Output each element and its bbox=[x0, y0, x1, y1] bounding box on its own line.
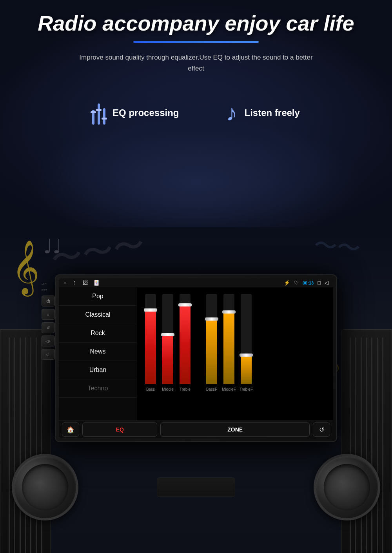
mic-label: MIC bbox=[42, 283, 55, 286]
eq-bar-bass-group: Bass bbox=[143, 294, 158, 392]
eq-bar-treblef-group: TrebleF bbox=[239, 294, 253, 392]
card-icon: 🃏 bbox=[93, 280, 100, 286]
treblef-label: TrebleF bbox=[240, 387, 253, 392]
back-icon: ↺ bbox=[319, 426, 324, 433]
rst-label: RST bbox=[42, 289, 55, 292]
eq-bar-middlef[interactable] bbox=[222, 294, 236, 384]
speaker-knob-left bbox=[12, 454, 78, 520]
eq-area: Bass Middle bbox=[137, 287, 333, 421]
page-title: Radio accompany enjoy car life bbox=[30, 12, 362, 35]
eq-bar-middle[interactable] bbox=[161, 294, 175, 384]
eq-bar-treble[interactable] bbox=[178, 294, 192, 384]
middlef-label: MiddleF bbox=[222, 387, 236, 392]
circle-icon: ○ bbox=[64, 280, 67, 286]
treble-label: Treble bbox=[180, 387, 191, 392]
bottom-bar: 🏠 EQ ZONE ↺ bbox=[59, 421, 333, 438]
feature-listen-freely: ♪ Listen freely bbox=[226, 101, 300, 125]
bass-label: Bass bbox=[146, 387, 155, 392]
status-bar-right: ⚡ ♡ 00:13 □ ◁ bbox=[284, 280, 328, 286]
home-side-button[interactable]: ⌂ bbox=[42, 309, 55, 320]
back-button[interactable]: ↺ bbox=[313, 422, 330, 437]
eq-bar-bass[interactable] bbox=[143, 294, 158, 384]
side-buttons: MIC RST ⏻ ⌂ ↺ ◁+ ◁- bbox=[42, 283, 55, 360]
eq-bar-middle-group: Middle bbox=[161, 294, 175, 392]
eq-button[interactable]: EQ bbox=[82, 422, 157, 437]
speaker-line bbox=[377, 337, 378, 553]
back-arrow-icon: ◁ bbox=[325, 280, 328, 286]
bluetooth-icon: ⚡ bbox=[284, 280, 290, 286]
speaker-line bbox=[355, 337, 356, 553]
eq-bar-bassf-group: BassF bbox=[205, 294, 219, 392]
status-bar-left: ○ ⋮ 🖼 🃏 bbox=[64, 280, 100, 286]
speaker-line bbox=[382, 337, 383, 553]
speaker-line bbox=[366, 337, 367, 553]
preset-rock[interactable]: Rock bbox=[59, 324, 137, 343]
middle-label: Middle bbox=[162, 387, 173, 392]
status-time: 00:13 bbox=[303, 281, 314, 285]
speaker-line bbox=[41, 337, 42, 553]
top-section: Radio accompany enjoy car life Improve s… bbox=[0, 0, 392, 227]
power-button[interactable]: ⏻ bbox=[42, 296, 55, 306]
speaker-line bbox=[361, 337, 362, 553]
eq-bar-treblef[interactable] bbox=[239, 294, 253, 384]
image-icon: 🖼 bbox=[83, 280, 88, 286]
vol-up-button[interactable]: ◁+ bbox=[42, 335, 55, 346]
eq-bar-bassf[interactable] bbox=[205, 294, 219, 384]
preset-techno[interactable]: Techno bbox=[59, 379, 137, 398]
menu-icon: ⋮ bbox=[72, 280, 77, 286]
status-bar: ○ ⋮ 🖼 🃏 ⚡ ♡ 00:13 □ ◁ bbox=[59, 278, 333, 287]
back-side-button[interactable]: ↺ bbox=[42, 322, 55, 333]
speaker-line bbox=[20, 337, 21, 553]
speaker-line bbox=[9, 337, 10, 553]
heart-icon: ♡ bbox=[294, 280, 299, 286]
center-panel bbox=[157, 477, 235, 497]
speaker-knob-right bbox=[314, 454, 380, 520]
deco-lines-left: 〜〜〜 bbox=[48, 227, 148, 281]
home-button[interactable]: 🏠 bbox=[62, 422, 79, 437]
treble-clef-icon: 𝄞 bbox=[12, 243, 40, 290]
home-icon: 🏠 bbox=[67, 426, 74, 433]
subtitle: Improve sound quality through equalizer.… bbox=[78, 52, 314, 73]
zone-label: ZONE bbox=[227, 426, 243, 433]
bassf-label: BassF bbox=[206, 387, 217, 392]
preset-pop[interactable]: Pop bbox=[59, 287, 137, 306]
preset-list: Pop Classical Rock News Urban Techno bbox=[59, 287, 137, 421]
radio-unit: MIC RST ⏻ ⌂ ↺ ◁+ ◁- ○ ⋮ 🖼 🃏 ⚡ ♡ 00 bbox=[55, 274, 337, 442]
eq-bar-middlef-group: MiddleF bbox=[222, 294, 236, 392]
eq-sliders-icon bbox=[92, 101, 105, 125]
preset-urban[interactable]: Urban bbox=[59, 361, 137, 379]
eq-label: EQ bbox=[116, 426, 124, 433]
speaker-line bbox=[25, 337, 26, 553]
eq-processing-label: EQ processing bbox=[113, 107, 179, 118]
listen-freely-label: Listen freely bbox=[245, 107, 300, 118]
radio-screen: ○ ⋮ 🖼 🃏 ⚡ ♡ 00:13 □ ◁ Pop Clas bbox=[59, 278, 333, 438]
speaker-line bbox=[371, 337, 372, 553]
music-note-icon: ♪ bbox=[226, 102, 238, 124]
speaker-line bbox=[350, 337, 351, 553]
bottom-speakers bbox=[0, 446, 392, 528]
speaker-line bbox=[14, 337, 15, 553]
title-underline bbox=[133, 41, 259, 43]
preset-news[interactable]: News bbox=[59, 343, 137, 361]
eq-bars: Bass Middle bbox=[143, 291, 327, 401]
car-section: 𝄞 ♩♩ 〜〜〜 〜〜 ♪ ♪ MIC R bbox=[0, 227, 392, 553]
radio-content: Pop Classical Rock News Urban Techno bbox=[59, 287, 333, 421]
speaker-line bbox=[30, 337, 31, 553]
square-icon: □ bbox=[318, 280, 321, 286]
vol-down-button[interactable]: ◁- bbox=[42, 349, 55, 360]
zone-button[interactable]: ZONE bbox=[160, 422, 310, 437]
features-row: EQ processing ♪ Listen freely bbox=[0, 93, 392, 140]
eq-bar-treble-group: Treble bbox=[178, 294, 192, 392]
deco-lines-right: 〜〜 bbox=[312, 229, 362, 265]
feature-eq-processing: EQ processing bbox=[92, 101, 179, 125]
speaker-line bbox=[36, 337, 37, 553]
preset-classical[interactable]: Classical bbox=[59, 306, 137, 324]
